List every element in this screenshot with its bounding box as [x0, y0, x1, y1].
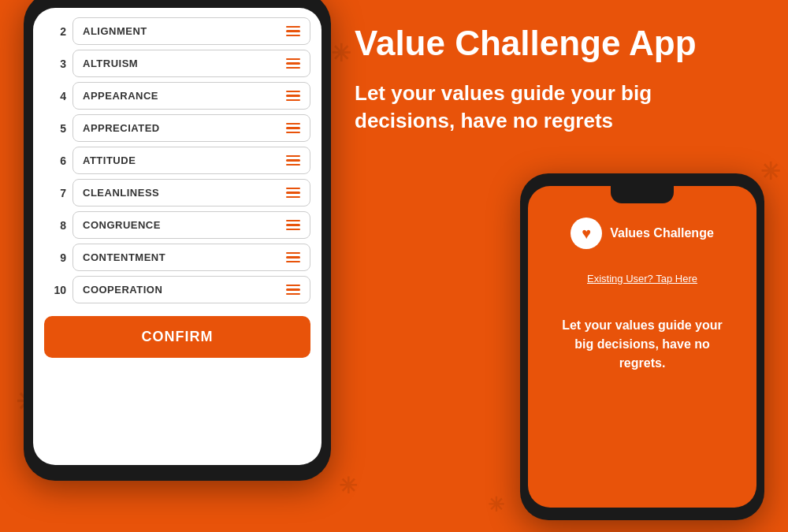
phone-left-mockup: 2ALIGNMENT3ALTRUISM4APPEARANCE5APPRECIAT… [24, 0, 331, 481]
phone-notch [611, 186, 674, 203]
drag-handle-icon[interactable] [286, 155, 300, 166]
value-item[interactable]: CONGRUENCE [72, 211, 310, 239]
app-logo-row: ♥ Values Challenge [571, 218, 714, 249]
row-number: 3 [44, 58, 66, 70]
value-row: 2ALIGNMENT [44, 17, 310, 45]
drag-handle-icon[interactable] [286, 26, 300, 37]
app-tagline: Let your values guide your big decisions… [355, 80, 749, 135]
value-row: 8CONGRUENCE [44, 211, 310, 239]
drag-handle-icon[interactable] [286, 285, 300, 296]
drag-handle-icon[interactable] [286, 188, 300, 199]
deco-asterisk-6: ✳ [488, 493, 504, 516]
drag-handle-icon[interactable] [286, 91, 300, 102]
right-section: Value Challenge App Let your values guid… [355, 24, 749, 158]
value-label: APPRECIATED [83, 122, 160, 134]
value-item[interactable]: APPEARANCE [72, 82, 310, 110]
phone-right-screen: ♥ Values Challenge Existing User? Tap He… [528, 186, 756, 508]
phone-left-screen: 2ALIGNMENT3ALTRUISM4APPEARANCE5APPRECIAT… [33, 8, 322, 465]
value-label: COOPERATION [83, 284, 162, 296]
value-row: 5APPRECIATED [44, 114, 310, 142]
drag-handle-icon[interactable] [286, 252, 300, 263]
deco-asterisk-5: ✳ [760, 158, 780, 185]
value-label: ATTITUDE [83, 154, 136, 166]
value-item[interactable]: CLEANLINESS [72, 179, 310, 206]
row-number: 8 [44, 219, 66, 232]
drag-handle-icon[interactable] [286, 220, 300, 231]
phone-tagline: Let your values guide your big decisions… [544, 316, 741, 373]
existing-user-link[interactable]: Existing User? Tap Here [587, 273, 697, 285]
value-item[interactable]: ALIGNMENT [72, 17, 310, 45]
row-number: 5 [44, 122, 66, 135]
app-title: Value Challenge App [355, 24, 749, 64]
phone-right-mockup: ♥ Values Challenge Existing User? Tap He… [520, 173, 764, 520]
value-item[interactable]: APPRECIATED [72, 114, 310, 142]
value-row: 10COOPERATION [44, 276, 310, 303]
app-name-label: Values Challenge [610, 226, 714, 240]
value-label: APPEARANCE [83, 90, 158, 102]
deco-asterisk-3: ✳ [331, 39, 351, 67]
value-row: 4APPEARANCE [44, 82, 310, 110]
value-label: ALIGNMENT [83, 25, 147, 37]
confirm-button[interactable]: CONFIRM [44, 316, 310, 358]
row-number: 6 [44, 154, 66, 167]
drag-handle-icon[interactable] [286, 58, 300, 69]
value-row: 9CONTENTMENT [44, 244, 310, 271]
heart-icon: ♥ [582, 225, 591, 243]
deco-asterisk-4: ✳ [339, 473, 357, 499]
value-label: CLEANLINESS [83, 187, 159, 199]
value-row: 6ATTITUDE [44, 147, 310, 174]
values-list: 2ALIGNMENT3ALTRUISM4APPEARANCE5APPRECIAT… [44, 17, 310, 308]
value-label: ALTRUISM [83, 58, 138, 69]
heart-circle: ♥ [571, 218, 602, 249]
drag-handle-icon[interactable] [286, 123, 300, 134]
value-item[interactable]: ATTITUDE [72, 147, 310, 174]
value-label: CONTENTMENT [83, 251, 165, 263]
row-number: 2 [44, 25, 66, 38]
value-item[interactable]: ALTRUISM [72, 50, 310, 77]
value-item[interactable]: CONTENTMENT [72, 244, 310, 271]
row-number: 9 [44, 251, 66, 264]
row-number: 4 [44, 90, 66, 102]
value-label: CONGRUENCE [83, 219, 161, 231]
value-row: 3ALTRUISM [44, 50, 310, 77]
row-number: 7 [44, 187, 66, 199]
value-row: 7CLEANLINESS [44, 179, 310, 206]
row-number: 10 [44, 284, 66, 296]
value-item[interactable]: COOPERATION [72, 276, 310, 303]
